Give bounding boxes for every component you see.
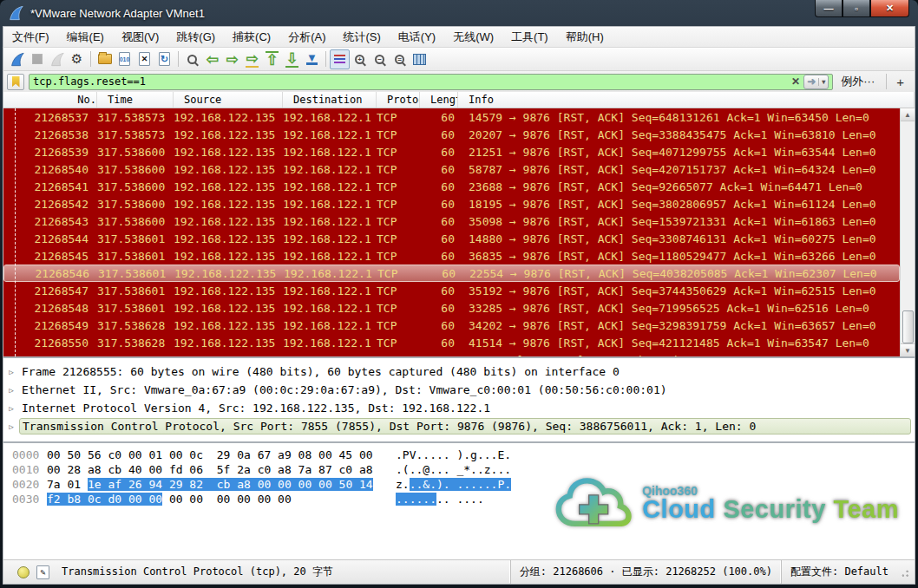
filter-apply-button[interactable]: ➜ ▾ — [803, 75, 829, 89]
table-row[interactable]: 21268547317.538601192.168.122.135192.168… — [3, 282, 900, 299]
cell: 21268537 — [3, 111, 97, 124]
save-file-button[interactable]: 010 — [115, 49, 134, 69]
menu-item-3[interactable]: 跳转(G) — [167, 28, 224, 47]
expand-triangle-icon[interactable]: ▷ — [3, 368, 19, 376]
title-bar[interactable]: *VMware Network Adapter VMnet1 — ▫ ✕ — [0, 0, 918, 26]
menu-item-1[interactable]: 编辑(E) — [58, 28, 113, 47]
minimize-button[interactable]: — — [815, 0, 843, 17]
menu-item-10[interactable]: 帮助(H) — [557, 28, 613, 47]
column-header-source[interactable]: Source — [174, 92, 283, 108]
resize-grip[interactable] — [899, 567, 909, 578]
table-row[interactable]: 21268543317.538600192.168.122.135192.168… — [3, 212, 900, 230]
table-row[interactable]: 21268539317.538600192.168.122.135192.168… — [3, 143, 900, 160]
watermark-word-team: Team — [833, 495, 899, 523]
table-row[interactable]: 21268550317.538628192.168.122.135192.168… — [3, 334, 900, 351]
expand-triangle-icon[interactable]: ▷ — [3, 422, 19, 431]
cell: 192.168.122.135 — [174, 284, 283, 297]
menu-item-7[interactable]: 电话(Y) — [390, 28, 444, 47]
scroll-down-arrow[interactable]: ▼ — [901, 343, 915, 356]
status-profile[interactable]: 配置文件: Default — [781, 560, 897, 584]
cell: 192.168.122.1 — [283, 198, 377, 211]
table-row[interactable]: 21268546317.538601192.168.122.135192.168… — [3, 265, 900, 282]
resize-columns-button[interactable] — [410, 49, 429, 69]
display-filter-input[interactable]: tcp.flags.reset==1 — [33, 75, 788, 88]
hex-row[interactable]: 000000 50 56 c0 00 01 00 0c 29 0a 67 a9 … — [3, 448, 915, 462]
watermark-word-security: Security — [723, 495, 825, 523]
scroll-up-arrow[interactable]: ▲ — [901, 108, 915, 121]
column-header-protocol[interactable]: Protocol — [377, 92, 420, 108]
capture-options-button[interactable]: ⚙ — [67, 49, 87, 69]
restart-capture-button[interactable] — [47, 49, 67, 69]
stop-capture-button[interactable] — [27, 49, 47, 69]
filter-add-button[interactable]: + — [895, 75, 909, 89]
first-packet-button[interactable]: ⇧ — [262, 49, 282, 69]
menu-item-4[interactable]: 捕获(C) — [224, 28, 279, 47]
go-to-packet-button[interactable]: ⇨ — [242, 49, 262, 69]
cell: 192.168.122.135 — [174, 319, 283, 332]
table-row[interactable]: 21268540317.538600192.168.122.135192.168… — [3, 160, 900, 178]
cell: 36835 → 9876 [RST, ACK] Seq=1180529477 A… — [458, 250, 900, 263]
close-file-button[interactable]: ✕ — [134, 49, 154, 69]
column-header-no[interactable]: No. — [3, 92, 97, 108]
filter-expression-button[interactable]: 例外··· — [837, 74, 878, 89]
table-row[interactable]: 21268551317.538628192.168.122.135192.168… — [3, 351, 900, 356]
arrow-top-icon: ⇧ — [266, 51, 278, 68]
zoom-in-button[interactable]: + — [350, 49, 370, 69]
detail-line[interactable]: ▷Frame 21268555: 60 bytes on wire (480 b… — [3, 363, 915, 381]
gear-icon: ⚙ — [71, 51, 82, 67]
table-row[interactable]: 21268544317.538601192.168.122.135192.168… — [3, 230, 900, 247]
watermark: Qihoo360 Cloud Security Team — [555, 474, 899, 532]
cell: 317.538601 — [97, 250, 174, 263]
detail-line[interactable]: ▷Internet Protocol Version 4, Src: 192.1… — [3, 399, 915, 417]
zoom-reset-button[interactable]: = — [390, 49, 410, 69]
column-header-time[interactable]: Time — [97, 92, 174, 108]
filter-dropdown-icon[interactable]: ▾ — [818, 78, 825, 86]
colorize-packets-button[interactable] — [330, 49, 350, 69]
arrow-bottom-icon: ⇩ — [285, 51, 298, 68]
start-capture-button[interactable] — [7, 49, 27, 69]
menu-item-0[interactable]: 文件(F) — [3, 28, 58, 47]
table-row[interactable]: 21268542317.538600192.168.122.135192.168… — [3, 195, 900, 212]
detail-line[interactable]: ▷Transmission Control Protocol, Src Port… — [3, 417, 915, 435]
menu-item-2[interactable]: 视图(V) — [113, 28, 167, 47]
close-button[interactable]: ✕ — [870, 0, 909, 17]
table-row[interactable]: 21268538317.538573192.168.122.135192.168… — [3, 126, 900, 143]
packet-list-scrollbar[interactable]: ▲ ▼ — [900, 108, 915, 356]
menu-item-9[interactable]: 工具(T) — [502, 28, 557, 47]
cell: 35192 → 9876 [RST, ACK] Seq=3744350629 A… — [458, 284, 900, 297]
arrow-right-icon: ⇨ — [226, 52, 238, 67]
expert-info-icon[interactable] — [17, 566, 30, 578]
expand-triangle-icon[interactable]: ▷ — [3, 386, 19, 395]
filter-clear-icon[interactable]: ✕ — [791, 75, 800, 88]
ascii-segment: ..&.). ......P. — [410, 478, 511, 491]
expand-triangle-icon[interactable]: ▷ — [3, 404, 19, 413]
table-row[interactable]: 21268541317.538600192.168.122.135192.168… — [3, 178, 900, 195]
table-row[interactable]: 21268537317.538573192.168.122.135192.168… — [3, 108, 900, 126]
capture-comment-icon[interactable]: ✎ — [36, 565, 49, 579]
column-header-info[interactable]: Info — [458, 92, 915, 108]
cell: 60 — [420, 146, 458, 159]
open-file-button[interactable] — [95, 49, 115, 69]
previous-packet-button[interactable]: ⇦ — [202, 49, 222, 69]
filter-bookmark-button[interactable] — [7, 74, 24, 90]
packet-details-pane: ▷Frame 21268555: 60 bytes on wire (480 b… — [3, 356, 915, 441]
auto-scroll-button[interactable]: ▼ — [302, 49, 322, 69]
menu-item-6[interactable]: 统计(S) — [334, 28, 389, 47]
column-header-length[interactable]: Length — [420, 92, 458, 108]
detail-line[interactable]: ▷Ethernet II, Src: Vmware_0a:67:a9 (00:0… — [3, 381, 915, 399]
maximize-button[interactable]: ▫ — [843, 0, 870, 17]
zoom-out-button[interactable]: − — [370, 49, 390, 69]
table-row[interactable]: 21268549317.538628192.168.122.135192.168… — [3, 317, 900, 334]
find-packet-button[interactable] — [182, 49, 202, 69]
menu-item-8[interactable]: 无线(W) — [444, 28, 502, 47]
stop-icon — [32, 54, 43, 64]
column-header-destination[interactable]: Destination — [283, 92, 377, 108]
table-row[interactable]: 21268545317.538601192.168.122.135192.168… — [3, 247, 900, 265]
last-packet-button[interactable]: ⇩ — [282, 49, 302, 69]
scrollbar-thumb[interactable] — [902, 310, 914, 343]
table-row[interactable]: 21268548317.538601192.168.122.135192.168… — [3, 299, 900, 317]
reload-file-button[interactable]: ↻ — [154, 49, 174, 69]
next-packet-button[interactable]: ⇨ — [222, 49, 242, 69]
display-filter-field[interactable]: tcp.flags.reset==1 ✕ ➜ ▾ — [29, 74, 833, 90]
menu-item-5[interactable]: 分析(A) — [279, 28, 334, 47]
